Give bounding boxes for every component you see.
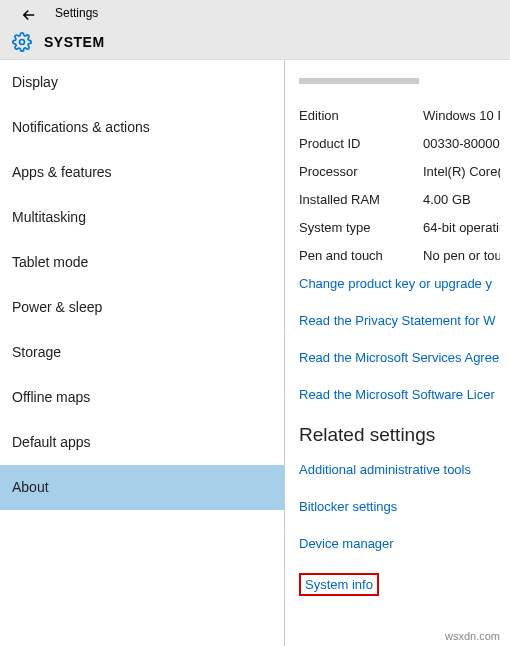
category-row: SYSTEM — [12, 32, 105, 52]
sidebar-item-apps-features[interactable]: Apps & features — [0, 150, 284, 195]
watermark: wsxdn.com — [445, 630, 500, 642]
svg-point-0 — [20, 40, 25, 45]
gear-icon — [12, 32, 32, 52]
spec-value: No pen or touc — [423, 248, 500, 263]
sidebar-item-display[interactable]: Display — [0, 60, 284, 105]
details-pane: EditionWindows 10 ProProduct ID00330-800… — [285, 60, 510, 646]
related-link-additional-administrative-tools[interactable]: Additional administrative tools — [299, 462, 500, 477]
content-area: DisplayNotifications & actionsApps & fea… — [0, 60, 510, 646]
back-arrow-icon — [20, 6, 38, 24]
spec-row: EditionWindows 10 Pro — [299, 108, 500, 123]
spec-value: Intel(R) Core(TM — [423, 164, 500, 179]
product-links: Change product key or upgrade yRead the … — [299, 276, 500, 402]
spec-label: Edition — [299, 108, 423, 123]
spec-value: 4.00 GB — [423, 192, 500, 207]
sidebar-item-about[interactable]: About — [0, 465, 284, 510]
spec-label: System type — [299, 220, 423, 235]
spec-label: Installed RAM — [299, 192, 423, 207]
spec-row: Product ID00330-80000-0 — [299, 136, 500, 151]
product-link[interactable]: Read the Microsoft Software Licer — [299, 387, 500, 402]
sidebar-item-tablet-mode[interactable]: Tablet mode — [0, 240, 284, 285]
sidebar-item-multitasking[interactable]: Multitasking — [0, 195, 284, 240]
sidebar-item-offline-maps[interactable]: Offline maps — [0, 375, 284, 420]
spec-row: ProcessorIntel(R) Core(TM — [299, 164, 500, 179]
spec-value: 00330-80000-0 — [423, 136, 500, 151]
product-link[interactable]: Change product key or upgrade y — [299, 276, 500, 291]
spec-label: Product ID — [299, 136, 423, 151]
highlighted-link[interactable]: System info — [299, 573, 379, 596]
related-link-bitlocker-settings[interactable]: Bitlocker settings — [299, 499, 500, 514]
app-header: Settings SYSTEM — [0, 0, 510, 60]
related-link-system-info[interactable]: System info — [305, 577, 373, 592]
related-links: Additional administrative toolsBitlocker… — [299, 462, 500, 618]
related-link-device-manager[interactable]: Device manager — [299, 536, 500, 551]
product-link[interactable]: Read the Privacy Statement for W — [299, 313, 500, 328]
back-button[interactable] — [20, 6, 38, 29]
sidebar-item-storage[interactable]: Storage — [0, 330, 284, 375]
spec-value: 64-bit operatin — [423, 220, 500, 235]
spec-row: Pen and touchNo pen or touc — [299, 248, 500, 263]
sidebar-item-power-sleep[interactable]: Power & sleep — [0, 285, 284, 330]
spec-value: Windows 10 Pro — [423, 108, 500, 123]
sidebar: DisplayNotifications & actionsApps & fea… — [0, 60, 285, 646]
category-title: SYSTEM — [44, 34, 105, 50]
breadcrumb: Settings — [55, 6, 98, 20]
sidebar-item-default-apps[interactable]: Default apps — [0, 420, 284, 465]
spec-label: Pen and touch — [299, 248, 423, 263]
spec-table: EditionWindows 10 ProProduct ID00330-800… — [299, 108, 500, 263]
related-heading: Related settings — [299, 424, 500, 446]
product-link[interactable]: Read the Microsoft Services Agree — [299, 350, 500, 365]
spec-row: Installed RAM4.00 GB — [299, 192, 500, 207]
spec-row: System type64-bit operatin — [299, 220, 500, 235]
spec-label: Processor — [299, 164, 423, 179]
section-bar — [299, 78, 419, 84]
sidebar-item-notifications-actions[interactable]: Notifications & actions — [0, 105, 284, 150]
